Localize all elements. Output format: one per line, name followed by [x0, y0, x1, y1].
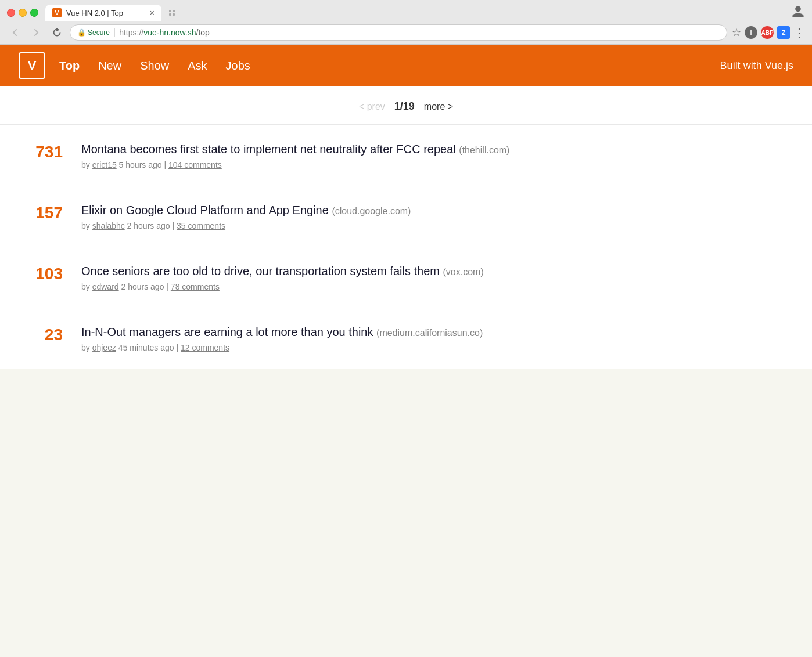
lock-icon: 🔒 [77, 28, 86, 37]
story-content: Montana becomes first state to implement… [81, 142, 784, 169]
story-comments-link[interactable]: 78 comments [171, 282, 220, 291]
close-button[interactable] [7, 9, 15, 17]
svg-rect-0 [169, 10, 171, 12]
main-nav: Top New Show Ask Jobs [59, 59, 720, 73]
nav-jobs[interactable]: Jobs [226, 59, 250, 73]
story-title[interactable]: Montana becomes first state to implement… [81, 142, 784, 157]
title-bar: V Vue HN 2.0 | Top × [0, 0, 812, 21]
story-score: 103 [28, 263, 63, 283]
story-comments-link[interactable]: 12 comments [181, 343, 229, 352]
story-score: 731 [28, 142, 63, 161]
forward-button[interactable] [28, 24, 44, 41]
secure-badge: 🔒 Secure [77, 28, 110, 37]
url-domain: vue-hn.now.sh [143, 28, 196, 37]
story-score: 157 [28, 203, 63, 222]
app-header: V Top New Show Ask Jobs Built with Vue.j… [0, 45, 812, 86]
story-meta: by erict15 5 hours ago | 104 comments [81, 160, 784, 169]
story-item: 731 Montana becomes first state to imple… [0, 125, 812, 186]
url-protocol: https:// [119, 28, 143, 37]
stories-list: 731 Montana becomes first state to imple… [0, 125, 812, 369]
info-extension-icon[interactable]: i [745, 26, 757, 39]
story-author[interactable]: shalabhc [92, 221, 125, 230]
z-extension-icon[interactable]: Z [777, 26, 790, 39]
story-item: 157 Elixir on Google Cloud Platform and … [0, 186, 812, 247]
next-page-button[interactable]: more > [424, 102, 453, 112]
nav-ask[interactable]: Ask [188, 59, 207, 73]
url-text: https://vue-hn.now.sh/top [119, 28, 210, 37]
story-content: In-N-Out managers are earning a lot more… [81, 324, 784, 352]
story-domain: (cloud.google.com) [332, 206, 411, 216]
story-content: Elixir on Google Cloud Platform and App … [81, 203, 784, 230]
story-author[interactable]: ohjeez [92, 343, 116, 352]
story-title[interactable]: Elixir on Google Cloud Platform and App … [81, 203, 784, 218]
back-button[interactable] [7, 24, 23, 41]
address-bar[interactable]: 🔒 Secure | https://vue-hn.now.sh/top [70, 24, 727, 41]
user-icon[interactable] [791, 5, 805, 21]
story-domain: (medium.californiasun.co) [376, 328, 483, 338]
story-meta: by edward 2 hours ago | 78 comments [81, 282, 784, 291]
story-author[interactable]: erict15 [92, 160, 117, 169]
story-item: 23 In-N-Out managers are earning a lot m… [0, 308, 812, 369]
content-area: < prev 1/19 more > 731 Montana becomes f… [0, 86, 812, 369]
svg-rect-2 [169, 13, 171, 16]
new-tab-button[interactable] [164, 5, 180, 21]
minimize-button[interactable] [19, 9, 27, 17]
active-tab[interactable]: V Vue HN 2.0 | Top × [45, 5, 161, 21]
traffic-lights [7, 9, 38, 17]
reload-button[interactable] [49, 24, 65, 41]
nav-bar: 🔒 Secure | https://vue-hn.now.sh/top ☆ i… [0, 21, 812, 44]
abp-extension-icon[interactable]: ABP [761, 26, 774, 39]
story-title[interactable]: In-N-Out managers are earning a lot more… [81, 324, 784, 340]
browser-chrome: V Vue HN 2.0 | Top × [0, 0, 812, 45]
tab-title: Vue HN 2.0 | Top [66, 9, 145, 17]
story-domain: (vox.com) [443, 267, 484, 277]
tab-favicon: V [52, 8, 62, 17]
secure-label: Secure [88, 28, 110, 37]
story-comments-link[interactable]: 104 comments [168, 160, 222, 169]
bookmark-icon[interactable]: ☆ [732, 26, 741, 39]
story-title[interactable]: Once seniors are too old to drive, our t… [81, 263, 784, 279]
story-author[interactable]: edward [92, 282, 119, 291]
nav-new[interactable]: New [98, 59, 121, 73]
story-meta: by ohjeez 45 minutes ago | 12 comments [81, 343, 784, 352]
tab-area: V Vue HN 2.0 | Top × [45, 5, 786, 21]
story-score: 23 [28, 324, 63, 344]
story-item: 103 Once seniors are too old to drive, o… [0, 247, 812, 308]
more-options-icon[interactable]: ⋮ [793, 26, 805, 39]
svg-rect-1 [173, 10, 175, 12]
page-info: 1/19 [394, 100, 415, 113]
url-path: /top [196, 28, 210, 37]
pagination: < prev 1/19 more > [0, 86, 812, 125]
story-domain: (thehill.com) [459, 145, 509, 155]
maximize-button[interactable] [30, 9, 38, 17]
story-comments-link[interactable]: 35 comments [177, 221, 225, 230]
tab-close-button[interactable]: × [150, 8, 155, 17]
story-content: Once seniors are too old to drive, our t… [81, 263, 784, 291]
nav-top[interactable]: Top [59, 59, 80, 73]
nav-show[interactable]: Show [140, 59, 169, 73]
prev-page-button[interactable]: < prev [359, 102, 385, 112]
app-logo[interactable]: V [19, 52, 45, 79]
built-with-label: Built with Vue.js [720, 60, 793, 72]
story-meta: by shalabhc 2 hours ago | 35 comments [81, 221, 784, 230]
svg-rect-3 [173, 13, 175, 16]
nav-actions: ☆ i ABP Z ⋮ [732, 26, 805, 39]
